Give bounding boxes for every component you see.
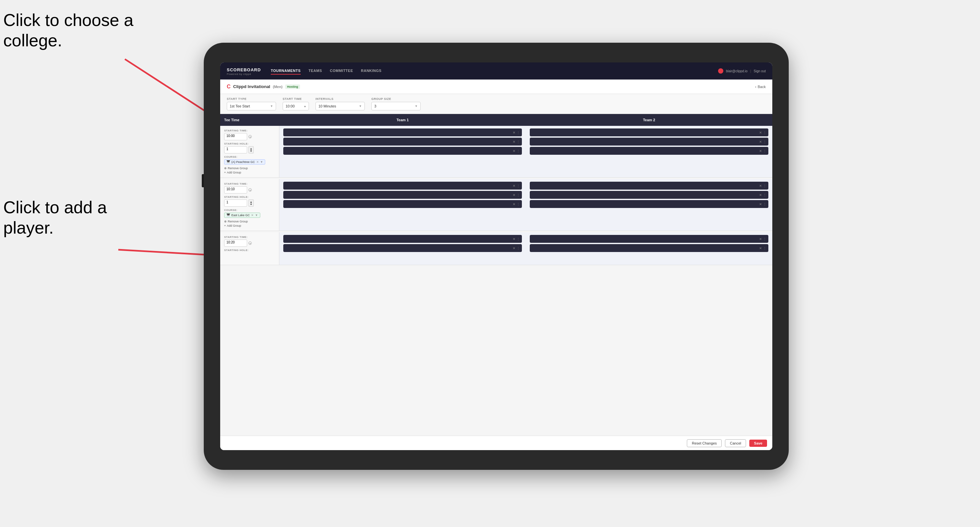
starting-time-input-2[interactable]: 10:10	[224, 186, 247, 194]
starting-time-label-1: STARTING TIME:	[224, 129, 275, 132]
slot-x-btn[interactable]: ✕	[513, 149, 515, 153]
player-slot-1-1[interactable]: ✕ ⋮	[283, 129, 522, 137]
start-time-group: Start Time 10:00 ●	[283, 97, 309, 110]
player-slot-1-2[interactable]: ✕ ⋮	[283, 138, 522, 146]
player-slot-r2-1-3[interactable]: ✕ ⋮	[283, 200, 522, 208]
player-slot-r2-1-2[interactable]: ✕ ⋮	[283, 191, 522, 199]
player-slot-1-3[interactable]: ✕ ⋮	[283, 147, 522, 155]
nav-rankings[interactable]: RANKINGS	[361, 67, 382, 75]
table-header: Tee Time Team 1 Team 2	[220, 114, 772, 126]
slot-expand-btn[interactable]: ⋮	[763, 149, 766, 153]
add-group-2[interactable]: + Add Group	[224, 224, 275, 227]
player-slot-2-1[interactable]: ✕ ⋮	[530, 129, 768, 137]
slot-x-btn[interactable]: ✕	[759, 149, 762, 153]
slot-expand-btn[interactable]: ⋮	[763, 131, 766, 134]
sub-header: C Clippd Invitational (Men) Hosting ‹ Ba…	[220, 79, 772, 94]
starting-time-input-1[interactable]: 10:00	[224, 133, 247, 140]
tournament-badge: C	[227, 84, 231, 90]
player-slot-r3-2-1[interactable]: ✕ ⋮	[530, 235, 768, 243]
col-team1: Team 1	[279, 117, 526, 123]
cancel-button[interactable]: Cancel	[725, 439, 746, 447]
col-team2: Team 2	[526, 117, 772, 123]
slot-x-btn[interactable]: ✕	[759, 140, 762, 144]
start-time-input[interactable]: 10:00 ●	[283, 102, 309, 110]
team1-cell-1: ✕ ⋮ ✕ ⋮ ✕ ⋮	[279, 126, 526, 178]
remove-group-1[interactable]: ⊗ Remove Group	[224, 167, 275, 170]
player-slot-r2-1-1[interactable]: ✕ ⋮	[283, 182, 522, 190]
slot-expand-btn[interactable]: ⋮	[763, 140, 766, 144]
course-chevron-1[interactable]: ▼	[260, 160, 263, 163]
team2-cell-2: ✕ ⋮ ✕ ⋮ ✕ ⋮	[526, 179, 772, 231]
slot-expand-btn[interactable]: ⋮	[517, 140, 520, 144]
tournament-title: C Clippd Invitational (Men) Hosting	[227, 84, 300, 90]
hole-spinner-2[interactable]: ▲▼	[248, 200, 254, 207]
annotation-player: Click to add a player.	[3, 197, 135, 238]
intervals-group: Intervals 10 Minutes ▼	[315, 97, 365, 110]
slot-x-btn[interactable]: ✕	[759, 131, 762, 134]
scoreboard-logo: SCOREBOARD Powered by clippd	[227, 67, 261, 76]
starting-hole-input-2[interactable]: 1	[224, 200, 247, 207]
remove-course-2[interactable]: ✕	[251, 214, 254, 217]
tournament-name: Clippd Invitational	[233, 84, 270, 89]
slot-expand-btn[interactable]: ⋮	[517, 131, 520, 134]
course-label-1: COURSE:	[224, 156, 275, 158]
slot-x-btn[interactable]: ✕	[513, 140, 515, 144]
starting-hole-label-3: STARTING HOLE:	[224, 249, 275, 252]
intervals-select[interactable]: 10 Minutes ▼	[315, 102, 365, 110]
course-tag-2: 🎹 East Lake GC ✕ ▼	[224, 213, 260, 218]
bottom-bar: Reset Changes Cancel Save	[220, 436, 772, 450]
tee-row-3: STARTING TIME: 10:20 ● STARTING HOLE: ✕ …	[220, 232, 772, 265]
hole-spinner-1[interactable]: ▲▼	[248, 146, 254, 154]
player-slot-r3-1-2[interactable]: ✕ ⋮	[283, 244, 522, 252]
tablet-screen: SCOREBOARD Powered by clippd TOURNAMENTS…	[220, 62, 772, 450]
start-type-select[interactable]: 1st Tee Start ▼	[227, 102, 276, 110]
reset-changes-button[interactable]: Reset Changes	[687, 439, 722, 447]
team2-cell-1: ✕ ⋮ ✕ ⋮ ✕ ⋮	[526, 126, 772, 178]
player-slot-2-3[interactable]: ✕ ⋮	[530, 147, 768, 155]
user-avatar	[718, 68, 723, 74]
player-slot-2-2[interactable]: ✕ ⋮	[530, 138, 768, 146]
course-name-1: (A) Peachtree GC	[231, 160, 255, 163]
starting-time-label-2: STARTING TIME:	[224, 183, 275, 185]
player-slot-r2-2-1[interactable]: ✕ ⋮	[530, 182, 768, 190]
nav-committee[interactable]: COMMITTEE	[330, 67, 353, 75]
time-icon-2: ●	[248, 188, 252, 192]
app-header: SCOREBOARD Powered by clippd TOURNAMENTS…	[220, 62, 772, 79]
nav-teams[interactable]: TEAMS	[309, 67, 322, 75]
back-button[interactable]: ‹ Back	[755, 85, 766, 89]
tablet-frame: SCOREBOARD Powered by clippd TOURNAMENTS…	[204, 43, 789, 470]
player-slot-r3-2-2[interactable]: ✕ ⋮	[530, 244, 768, 252]
course-label-2: COURSE:	[224, 209, 275, 211]
annotation-college: Click to choose a college.	[3, 10, 135, 51]
tee-left-2: STARTING TIME: 10:10 ● STARTING HOLE: 1 …	[220, 179, 279, 231]
player-slot-r3-1-1[interactable]: ✕ ⋮	[283, 235, 522, 243]
starting-hole-label-2: STARTING HOLE:	[224, 195, 275, 198]
nav-items: TOURNAMENTS TEAMS COMMITTEE RANKINGS	[271, 67, 382, 75]
tournament-gender: (Men)	[273, 85, 282, 89]
course-chevron-2[interactable]: ▼	[255, 214, 258, 217]
slot-expand-btn[interactable]: ⋮	[517, 149, 520, 153]
slot-x-btn[interactable]: ✕	[513, 131, 515, 134]
starting-hole-label-1: STARTING HOLE:	[224, 142, 275, 145]
remove-course-1[interactable]: ✕	[256, 160, 259, 163]
nav-tournaments[interactable]: TOURNAMENTS	[271, 67, 301, 75]
add-group-1[interactable]: + Add Group	[224, 171, 275, 174]
action-links-2: ⊗ Remove Group + Add Group	[224, 220, 275, 227]
time-icon-1: ●	[248, 135, 252, 138]
player-slot-r2-2-3[interactable]: ✕ ⋮	[530, 200, 768, 208]
starting-time-input-3[interactable]: 10:20	[224, 240, 247, 247]
group-size-select[interactable]: 3 ▼	[371, 102, 421, 110]
col-tee-time: Tee Time	[220, 117, 279, 123]
starting-hole-input-1[interactable]: 1	[224, 146, 247, 154]
group-size-label: Group Size	[371, 97, 421, 100]
team1-cell-3: ✕ ⋮ ✕ ⋮	[279, 232, 526, 265]
sign-out-link[interactable]: Sign out	[754, 69, 766, 73]
group-size-group: Group Size 3 ▼	[371, 97, 421, 110]
starting-time-label-3: STARTING TIME:	[224, 236, 275, 238]
remove-group-2[interactable]: ⊗ Remove Group	[224, 220, 275, 223]
start-type-label: Start Type	[227, 97, 276, 100]
save-button[interactable]: Save	[749, 440, 767, 447]
player-slot-r2-2-2[interactable]: ✕ ⋮	[530, 191, 768, 199]
tee-left-3: STARTING TIME: 10:20 ● STARTING HOLE:	[220, 232, 279, 265]
course-name-2: East Lake GC	[231, 214, 250, 217]
